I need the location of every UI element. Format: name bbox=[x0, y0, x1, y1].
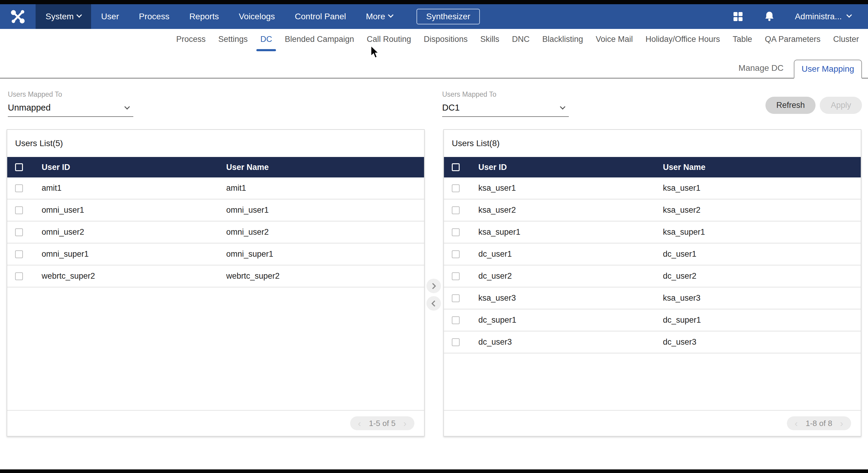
top-letterbox bbox=[0, 0, 868, 4]
pagination-next-icon[interactable]: › bbox=[840, 418, 843, 428]
row-user-name: omni_super1 bbox=[226, 249, 424, 259]
tab-holiday-office-hours[interactable]: Holiday/Office Hours bbox=[645, 35, 720, 44]
row-checkbox[interactable] bbox=[452, 184, 460, 192]
row-checkbox[interactable] bbox=[452, 294, 460, 302]
tab-dc[interactable]: DC bbox=[260, 35, 272, 44]
nav-item-label: More bbox=[366, 12, 385, 22]
tab-blacklisting[interactable]: Blacklisting bbox=[542, 35, 583, 44]
row-checkbox[interactable] bbox=[452, 228, 460, 236]
tab-call-routing[interactable]: Call Routing bbox=[367, 35, 411, 44]
pagination-next-icon[interactable]: › bbox=[403, 418, 407, 428]
select-label: Users Mapped To bbox=[442, 90, 569, 99]
chevron-down-icon bbox=[846, 12, 852, 18]
table-row[interactable]: omni_super1 omni_super1 bbox=[7, 243, 424, 265]
notifications-bell-icon[interactable] bbox=[763, 10, 775, 23]
row-checkbox[interactable] bbox=[452, 272, 460, 280]
dc-subtabs: Manage DC User Mapping bbox=[0, 59, 868, 79]
table-row[interactable]: dc_user2 dc_user2 bbox=[444, 265, 861, 288]
row-checkbox[interactable] bbox=[452, 338, 460, 346]
users-mapped-to-select-right[interactable]: Users Mapped To DC1 bbox=[442, 90, 569, 117]
row-user-name: dc_user3 bbox=[663, 337, 861, 347]
table-row[interactable]: ksa_user3 ksa_user3 bbox=[444, 288, 861, 309]
table-row[interactable]: ksa_user1 ksa_user1 bbox=[444, 177, 861, 199]
row-user-name: ksa_user1 bbox=[663, 183, 861, 193]
select-all-checkbox[interactable] bbox=[452, 163, 460, 171]
refresh-button[interactable]: Refresh bbox=[766, 97, 816, 114]
nav-item-label: Control Panel bbox=[295, 12, 346, 22]
pagination-prev-icon[interactable]: ‹ bbox=[358, 418, 361, 428]
bottom-letterbox bbox=[0, 469, 868, 473]
row-checkbox[interactable] bbox=[15, 184, 23, 192]
pagination-prev-icon[interactable]: ‹ bbox=[795, 418, 798, 428]
row-checkbox[interactable] bbox=[15, 206, 23, 214]
row-user-id: ksa_super1 bbox=[478, 228, 663, 237]
table-body: ksa_user1 ksa_user1 ksa_user2 ksa_user2 … bbox=[444, 177, 861, 410]
pagination-control[interactable]: ‹ 1-5 of 5 › bbox=[350, 416, 414, 430]
row-checkbox[interactable] bbox=[15, 272, 23, 280]
table-row[interactable]: dc_user3 dc_user3 bbox=[444, 331, 861, 353]
chevron-down-icon bbox=[388, 12, 393, 18]
account-name: Administra... bbox=[795, 12, 842, 22]
select-box[interactable]: Unmapped bbox=[8, 103, 133, 117]
nav-item-system[interactable]: System bbox=[36, 4, 91, 29]
row-user-name: ksa_super1 bbox=[663, 228, 861, 237]
brand-logo[interactable] bbox=[0, 4, 36, 29]
top-navbar: System User Process Reports Voicelogs Co… bbox=[0, 4, 868, 29]
table-row[interactable]: ksa_super1 ksa_super1 bbox=[444, 222, 861, 243]
tab-blended-campaign[interactable]: Blended Campaign bbox=[285, 35, 354, 44]
row-user-id: omni_super1 bbox=[42, 249, 226, 259]
tab-voice-mail[interactable]: Voice Mail bbox=[596, 35, 633, 44]
users-mapped-to-select-left[interactable]: Users Mapped To Unmapped bbox=[8, 90, 133, 117]
nav-item-process[interactable]: Process bbox=[129, 4, 179, 29]
row-user-id: dc_user3 bbox=[478, 337, 663, 347]
nav-item-label: User bbox=[101, 12, 119, 22]
row-user-id: omni_user2 bbox=[42, 228, 226, 237]
table-row[interactable]: omni_user2 omni_user2 bbox=[7, 222, 424, 243]
table-row[interactable]: amit1 amit1 bbox=[7, 177, 424, 199]
account-menu[interactable]: Administra... bbox=[795, 12, 851, 22]
apps-grid-icon[interactable] bbox=[732, 10, 744, 23]
tab-process[interactable]: Process bbox=[176, 35, 206, 44]
row-checkbox[interactable] bbox=[452, 250, 460, 258]
tab-cluster[interactable]: Cluster bbox=[833, 35, 859, 44]
table-row[interactable]: ksa_user2 ksa_user2 bbox=[444, 199, 861, 222]
row-user-name: dc_super1 bbox=[663, 315, 861, 325]
row-checkbox[interactable] bbox=[15, 250, 23, 258]
table-row[interactable]: omni_user1 omni_user1 bbox=[7, 199, 424, 222]
subtab-manage-dc[interactable]: Manage DC bbox=[728, 63, 794, 73]
apply-button[interactable]: Apply bbox=[820, 97, 862, 114]
user-mapping-main: Users List(5) User ID User Name amit1 am… bbox=[0, 129, 868, 437]
mapped-users-panel: Users List(8) User ID User Name ksa_user… bbox=[443, 129, 861, 437]
column-header-user-id: User ID bbox=[42, 163, 226, 172]
row-user-name: omni_user2 bbox=[226, 228, 424, 237]
tab-table[interactable]: Table bbox=[733, 35, 752, 44]
row-checkbox[interactable] bbox=[15, 228, 23, 236]
table-row[interactable]: webrtc_super2 webrtc_super2 bbox=[7, 265, 424, 288]
row-user-name: ksa_user3 bbox=[663, 294, 861, 303]
column-header-user-name: User Name bbox=[226, 163, 424, 172]
subtab-user-mapping[interactable]: User Mapping bbox=[794, 60, 862, 79]
nav-item-more[interactable]: More bbox=[356, 4, 403, 29]
nav-item-user[interactable]: User bbox=[91, 4, 129, 29]
nav-item-control-panel[interactable]: Control Panel bbox=[285, 4, 356, 29]
row-user-id: dc_user2 bbox=[478, 271, 663, 281]
select-all-checkbox[interactable] bbox=[15, 163, 23, 171]
chevron-right-icon bbox=[430, 282, 436, 289]
nav-item-voicelogs[interactable]: Voicelogs bbox=[229, 4, 285, 29]
table-row[interactable]: dc_user1 dc_user1 bbox=[444, 243, 861, 265]
mapping-controls: Users Mapped To Unmapped Users Mapped To… bbox=[0, 90, 868, 114]
synthesizer-button[interactable]: Synthesizer bbox=[416, 9, 480, 24]
tab-dispositions[interactable]: Dispositions bbox=[424, 35, 468, 44]
pagination-control[interactable]: ‹ 1-8 of 8 › bbox=[787, 416, 851, 430]
row-checkbox[interactable] bbox=[452, 316, 460, 324]
tab-skills[interactable]: Skills bbox=[480, 35, 499, 44]
row-checkbox[interactable] bbox=[452, 206, 460, 214]
tab-qa-parameters[interactable]: QA Parameters bbox=[765, 35, 820, 44]
select-box[interactable]: DC1 bbox=[442, 103, 569, 117]
move-right-button[interactable] bbox=[427, 279, 441, 293]
tab-settings[interactable]: Settings bbox=[218, 35, 248, 44]
nav-item-reports[interactable]: Reports bbox=[180, 4, 229, 29]
table-row[interactable]: dc_super1 dc_super1 bbox=[444, 309, 861, 331]
tab-dnc[interactable]: DNC bbox=[512, 35, 530, 44]
move-left-button[interactable] bbox=[427, 296, 441, 311]
